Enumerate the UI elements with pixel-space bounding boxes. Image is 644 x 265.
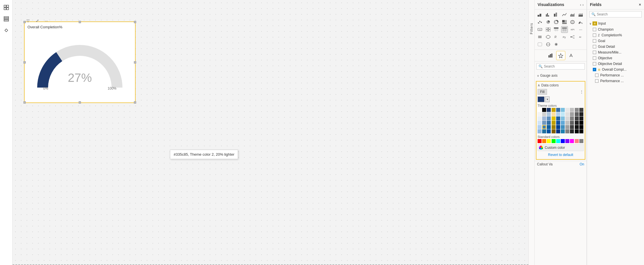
theme-color-cell[interactable] — [575, 112, 579, 116]
resize-handle-mr[interactable] — [134, 61, 136, 64]
viz-matrix[interactable] — [561, 26, 568, 33]
theme-color-cell[interactable] — [542, 121, 546, 125]
field-item[interactable]: Performance ... — [587, 78, 644, 84]
revert-button[interactable]: Revert to default — [538, 152, 584, 158]
field-checkbox[interactable] — [593, 33, 596, 37]
table-view-icon[interactable] — [1, 14, 11, 24]
theme-color-cell[interactable] — [556, 125, 560, 129]
theme-color-cell[interactable] — [542, 129, 546, 133]
theme-color-cell[interactable] — [561, 116, 565, 120]
std-color-cell[interactable] — [542, 139, 546, 143]
theme-color-cell[interactable] — [538, 112, 542, 116]
field-item[interactable]: Champion — [587, 27, 644, 32]
fields-search-box[interactable]: 🔍 — [589, 11, 642, 17]
viz-decomp-tree[interactable] — [569, 33, 576, 40]
theme-color-cell[interactable] — [565, 129, 569, 133]
resize-handle-br[interactable] — [134, 101, 136, 104]
field-item[interactable]: Performance ... — [587, 72, 644, 78]
gauge-widget[interactable]: Overall Completion% 27% 0% 100% — [24, 21, 136, 103]
field-checkbox[interactable] — [595, 74, 599, 77]
field-checkbox[interactable] — [593, 51, 596, 54]
chevron-right-icon[interactable]: › — [582, 3, 584, 7]
theme-color-cell[interactable] — [565, 112, 569, 116]
theme-color-cell[interactable] — [556, 112, 560, 116]
theme-color-cell[interactable] — [565, 108, 569, 112]
field-item[interactable]: Goal Detail — [587, 44, 644, 50]
viz-area-chart[interactable] — [569, 11, 576, 18]
resize-handle-tm[interactable] — [79, 21, 81, 23]
chevron-left-icon[interactable]: ‹ — [580, 3, 581, 7]
resize-handle-bm[interactable] — [79, 101, 81, 104]
field-checkbox[interactable] — [595, 79, 599, 83]
std-color-cell[interactable] — [565, 139, 569, 143]
field-checkbox[interactable] — [593, 56, 596, 60]
viz-ai-insights[interactable]: AI — [577, 33, 584, 40]
theme-color-cell[interactable] — [556, 108, 560, 112]
theme-color-cell[interactable] — [556, 121, 560, 125]
viz-gauge[interactable] — [577, 19, 584, 25]
field-item[interactable]: Objective — [587, 55, 644, 61]
viz-treemap[interactable] — [561, 19, 568, 25]
field-checkbox[interactable] — [593, 62, 596, 66]
theme-color-cell[interactable] — [570, 116, 574, 120]
theme-color-cell[interactable] — [570, 129, 574, 133]
viz-donut[interactable] — [553, 19, 560, 25]
std-color-cell[interactable] — [547, 139, 551, 143]
theme-color-cell[interactable] — [538, 108, 542, 112]
field-group-header[interactable]: ∨ ⊞ Input — [587, 20, 644, 27]
theme-color-cell[interactable] — [552, 108, 556, 112]
theme-color-cell[interactable] — [570, 125, 574, 129]
theme-color-cell[interactable] — [565, 125, 569, 129]
filters-sidebar[interactable]: Filters — [528, 0, 535, 265]
theme-color-cell[interactable] — [556, 116, 560, 120]
viz-clustered-bar[interactable] — [545, 11, 552, 18]
viz-100pct-bar[interactable] — [553, 11, 560, 18]
theme-color-cell[interactable] — [575, 121, 579, 125]
fill-color-swatch[interactable] — [538, 96, 544, 102]
viz-stacked-bar[interactable] — [536, 11, 543, 18]
theme-color-cell[interactable] — [561, 108, 565, 112]
fill-options-icon[interactable]: ⋮ — [580, 90, 584, 94]
viz-scatter[interactable] — [536, 19, 543, 25]
viz-python[interactable]: R — [553, 33, 560, 40]
field-checkbox[interactable] — [593, 28, 596, 31]
format-visual-btn[interactable] — [556, 51, 565, 60]
viz-search-box[interactable]: 🔍 — [536, 63, 585, 70]
theme-color-cell[interactable] — [538, 125, 542, 129]
theme-color-cell[interactable] — [579, 116, 583, 120]
field-item[interactable]: Σ Completion% — [587, 32, 644, 38]
theme-color-cell[interactable] — [552, 116, 556, 120]
field-item[interactable]: Objective Detail — [587, 61, 644, 67]
gauge-axis-header[interactable]: ∨ Gauge axis — [537, 72, 584, 79]
viz-map[interactable] — [569, 19, 576, 25]
std-color-cell[interactable] — [575, 139, 579, 143]
theme-color-cell[interactable] — [542, 108, 546, 112]
theme-color-cell[interactable] — [575, 116, 579, 120]
theme-color-cell[interactable] — [565, 121, 569, 125]
theme-color-cell[interactable] — [552, 121, 556, 125]
field-checkbox[interactable]: ✓ — [593, 68, 596, 71]
viz-table[interactable] — [553, 26, 560, 33]
viz-web[interactable] — [545, 41, 552, 48]
fields-search-input[interactable] — [597, 12, 640, 16]
theme-color-cell[interactable] — [556, 129, 560, 133]
theme-color-cell[interactable] — [547, 125, 551, 129]
model-view-icon[interactable] — [1, 25, 11, 35]
viz-line-chart[interactable] — [561, 11, 568, 18]
field-item[interactable]: Goal — [587, 38, 644, 44]
viz-slicer[interactable] — [536, 33, 543, 40]
theme-color-cell[interactable] — [561, 112, 565, 116]
field-checkbox[interactable] — [593, 45, 596, 48]
viz-more[interactable]: ··· — [577, 26, 584, 33]
theme-color-cell[interactable] — [538, 129, 542, 133]
theme-color-cell[interactable] — [579, 121, 583, 125]
focus-icon[interactable]: ⤢ — [33, 17, 41, 24]
build-visual-btn[interactable] — [546, 51, 555, 60]
theme-color-cell[interactable] — [561, 125, 565, 129]
theme-color-cell[interactable] — [538, 116, 542, 120]
theme-color-cell[interactable] — [547, 108, 551, 112]
viz-stacked-area[interactable] — [577, 11, 584, 18]
theme-color-cell[interactable] — [575, 108, 579, 112]
field-item[interactable]: Measure/Mile... — [587, 50, 644, 55]
theme-color-cell[interactable] — [552, 125, 556, 129]
